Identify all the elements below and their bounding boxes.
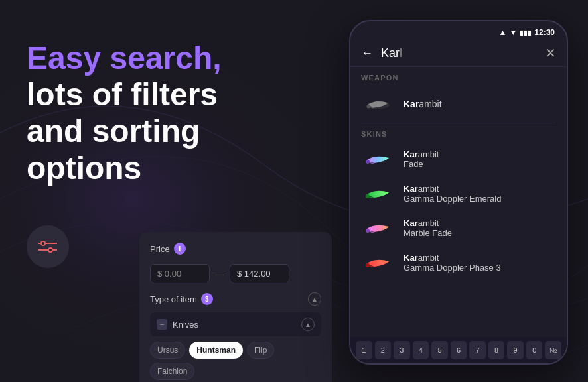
skin-info-gamma: Karambit Gamma Doppler Emerald — [404, 184, 501, 204]
skin-item-phase3[interactable]: Karambit Gamma Doppler Phase 3 — [350, 245, 567, 280]
knife-type-flip[interactable]: Flip — [247, 342, 274, 359]
svg-point-3 — [41, 241, 45, 245]
price-label: Price — [150, 244, 170, 254]
weapon-image — [361, 92, 396, 116]
knife-type-falchion[interactable]: Falchion — [150, 363, 194, 380]
key-nr[interactable]: № — [545, 341, 561, 359]
price-inputs: $ 0.00 — $ 142.00 — [150, 264, 321, 283]
close-search-icon[interactable]: ✕ — [545, 45, 556, 61]
skin-thumb-phase3 — [361, 251, 396, 275]
skin-item-gamma[interactable]: Karambit Gamma Doppler Emerald — [350, 176, 567, 211]
skin-subname-phase3: Gamma Doppler Phase 3 — [404, 263, 501, 273]
svg-point-11 — [366, 263, 370, 267]
knives-left: − Knives — [157, 319, 198, 330]
svg-point-10 — [366, 229, 370, 233]
search-highlight: Kar — [381, 46, 400, 60]
minus-icon[interactable]: − — [157, 319, 167, 330]
svg-point-9 — [366, 194, 370, 198]
headline-accent: Easy search, — [27, 40, 222, 76]
skin-name-marble: Karambit — [404, 218, 452, 228]
keyboard-row: 1 2 3 4 5 6 7 8 9 0 № — [350, 337, 567, 363]
key-5[interactable]: 5 — [431, 341, 448, 359]
skin-info-phase3: Karambit Gamma Doppler Phase 3 — [404, 253, 501, 273]
skin-thumb-marble — [361, 216, 396, 240]
key-1[interactable]: 1 — [356, 341, 372, 359]
skin-name-fade: Karambit — [404, 149, 439, 159]
weapon-info: Karambit — [404, 98, 556, 110]
key-0[interactable]: 0 — [526, 341, 543, 359]
skin-subname-marble: Marble Fade — [404, 228, 452, 238]
knife-type-huntsman[interactable]: Huntsman — [189, 342, 243, 359]
filter-circle[interactable] — [27, 225, 69, 268]
filter-panel: Price 1 $ 0.00 — $ 142.00 Type of item 3… — [139, 232, 332, 382]
headline-line1: lots of filters — [27, 77, 218, 112]
knife-type-buttons: Ursus Huntsman Flip Falchion — [150, 342, 321, 380]
skin-thumb-fade — [361, 147, 396, 171]
weapon-section-label: WEAPON — [350, 67, 567, 86]
price-dash: — — [215, 269, 224, 279]
knives-label: Knives — [173, 320, 198, 330]
price-min-input[interactable]: $ 0.00 — [150, 264, 210, 283]
left-panel: Easy search, lots of filters and sorting… — [27, 40, 292, 186]
key-2[interactable]: 2 — [375, 341, 392, 359]
skin-subname-gamma: Gamma Doppler Emerald — [404, 194, 501, 204]
skin-name-phase3: Karambit — [404, 253, 501, 263]
headline-line3: options — [27, 151, 141, 186]
key-8[interactable]: 8 — [488, 341, 505, 359]
type-label-text: Type of item — [150, 294, 197, 304]
skin-info-marble: Karambit Marble Fade — [404, 218, 452, 238]
key-4[interactable]: 4 — [413, 341, 429, 359]
weapon-item-karambit[interactable]: Karambit — [350, 86, 567, 123]
price-max-input[interactable]: $ 142.00 — [230, 264, 289, 283]
price-section: Price 1 — [150, 243, 321, 255]
svg-point-8 — [366, 160, 370, 164]
main-headline: Easy search, lots of filters and sorting… — [27, 40, 292, 186]
key-9[interactable]: 9 — [507, 341, 524, 359]
skin-name-highlight: Kar — [404, 149, 418, 159]
status-icons: ▲ ▼ ▮▮▮ 12:30 — [499, 28, 555, 37]
svg-point-7 — [366, 105, 370, 109]
skin-subname-fade: Fade — [404, 159, 439, 169]
filter-icon — [38, 241, 57, 253]
svg-point-5 — [48, 248, 52, 252]
type-header: Type of item 3 ▲ — [150, 292, 321, 306]
search-text[interactable]: Karl — [381, 46, 537, 60]
type-badge: 3 — [201, 293, 213, 305]
skin-info-fade: Karambit Fade — [404, 149, 439, 169]
phone-mockup: ▲ ▼ ▮▮▮ 12:30 ← Karl ✕ WEAPON Karambit — [349, 20, 568, 365]
type-collapse-btn[interactable]: ▲ — [308, 292, 321, 306]
weapon-name: Karambit — [404, 99, 442, 109]
battery-level: ▮▮▮ — [520, 29, 532, 37]
price-badge: 1 — [174, 243, 186, 255]
wifi-icon: ▼ — [509, 28, 517, 37]
skin-item-marble[interactable]: Karambit Marble Fade — [350, 211, 567, 245]
filter-lines-icon — [38, 241, 57, 253]
back-arrow-icon[interactable]: ← — [361, 46, 373, 60]
search-bar: ← Karl ✕ — [350, 40, 567, 67]
signal-icon: ▲ — [499, 28, 507, 37]
status-bar: ▲ ▼ ▮▮▮ 12:30 — [350, 21, 567, 40]
weapon-name-highlight: Kar — [404, 99, 419, 109]
knives-collapse-btn[interactable]: ▲ — [301, 318, 315, 331]
type-label-row: Type of item 3 — [150, 293, 213, 305]
skin-name-gamma: Karambit — [404, 184, 501, 194]
knife-type-ursus[interactable]: Ursus — [150, 342, 185, 359]
key-3[interactable]: 3 — [394, 341, 410, 359]
knives-row: − Knives ▲ — [150, 312, 321, 336]
search-rest: l — [400, 46, 402, 60]
key-7[interactable]: 7 — [469, 341, 486, 359]
skins-section-label: SKINS — [350, 123, 567, 142]
skin-thumb-gamma — [361, 182, 396, 206]
key-6[interactable]: 6 — [451, 341, 467, 359]
skin-item-fade[interactable]: Karambit Fade — [350, 142, 567, 176]
weapon-name-rest: ambit — [419, 99, 441, 109]
status-time: 12:30 — [534, 28, 555, 37]
headline-line2: and sorting — [27, 113, 200, 149]
